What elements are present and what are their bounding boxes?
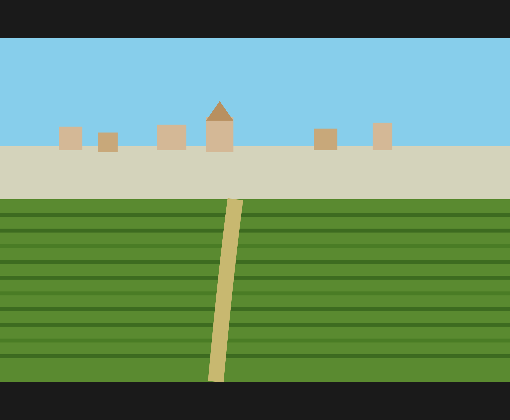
vineyard-image[interactable]: [211, 234, 292, 278]
browser-window: Winalist 📍 Chercher une destination 📅 Da…: [118, 106, 392, 314]
gallery-section: Exclusive Annulation gratuite ✓: [128, 147, 292, 285]
sub-images: CHÂTEAU POMMARD 2019: [128, 234, 292, 278]
content-layout: Exclusive Annulation gratuite ✓: [128, 147, 382, 304]
page-content: Bread crumb › Bread crumb › Page Exclusi…: [118, 134, 392, 314]
